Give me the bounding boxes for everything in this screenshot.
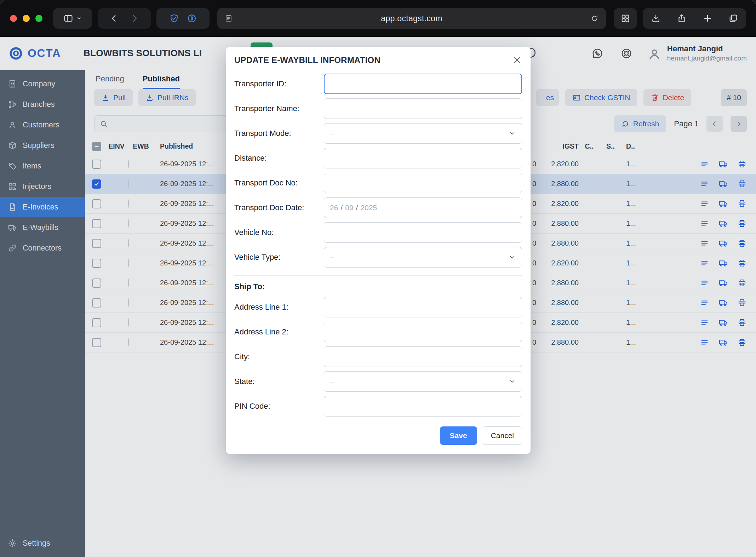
- url-text: app.octagst.com: [233, 14, 590, 23]
- vehicle-type-value: –: [330, 253, 334, 262]
- downloads-icon[interactable]: [651, 13, 661, 23]
- tab-groups-button[interactable]: [614, 8, 637, 29]
- history-nav: [98, 8, 151, 29]
- transporter-id-input[interactable]: [324, 74, 522, 94]
- vehicle-no-field: Vehicle No:: [234, 222, 522, 243]
- vehicle-no-label: Vehicle No:: [234, 228, 324, 237]
- ship-to-heading: Ship To:: [234, 282, 522, 291]
- window-controls: [10, 15, 42, 22]
- transport-doc-date-label: Transport Doc Date:: [234, 203, 324, 212]
- transport-mode-value: –: [330, 129, 334, 138]
- browser-toolbar: app.octagst.com: [0, 0, 756, 37]
- transport-doc-date-input[interactable]: 26/ 09/ 2025: [324, 197, 522, 218]
- transporter-id-field: Transporter ID:: [234, 74, 522, 94]
- forward-icon[interactable]: [129, 13, 139, 23]
- transport-doc-no-field: Transport Doc No:: [234, 173, 522, 193]
- grid-icon: [620, 13, 630, 23]
- password-manager-icon[interactable]: [187, 13, 197, 23]
- address-line-2-field: Address Line 2:: [234, 322, 522, 342]
- vehicle-no-input[interactable]: [324, 222, 522, 243]
- close-window-button[interactable]: [10, 15, 17, 22]
- close-icon[interactable]: [512, 55, 522, 65]
- vehicle-type-label: Vehicle Type:: [234, 253, 324, 262]
- safari-window: app.octagst.com OCTA BLOWBITS SOLUTIONS …: [0, 0, 756, 557]
- select-chevron-icon: [508, 130, 516, 137]
- share-icon[interactable]: [677, 13, 687, 23]
- transporter-id-label: Transporter ID:: [234, 79, 324, 88]
- section-divider: [234, 275, 522, 276]
- address-line-1-input[interactable]: [324, 297, 522, 317]
- fullscreen-window-button[interactable]: [35, 15, 42, 22]
- state-label: State:: [234, 377, 324, 386]
- select-chevron-icon: [508, 253, 516, 261]
- browser-actions: [643, 8, 746, 29]
- reader-icon[interactable]: [224, 14, 233, 23]
- sidebar-toggle-button[interactable]: [53, 8, 92, 29]
- city-input[interactable]: [324, 346, 522, 367]
- panel-icon: [63, 13, 73, 23]
- transporter-name-field: Transporter Name:: [234, 98, 522, 119]
- pin-code-field: PIN Code:: [234, 396, 522, 417]
- transporter-name-label: Transporter Name:: [234, 104, 324, 113]
- vehicle-type-field: Vehicle Type: –: [234, 247, 522, 268]
- transport-doc-date-field: Transport Doc Date: 26/ 09/ 2025: [234, 197, 522, 218]
- transport-mode-label: Transport Mode:: [234, 129, 324, 138]
- cancel-button[interactable]: Cancel: [483, 426, 522, 445]
- update-ewaybill-modal: UPDATE E-WAYBILL INFORMATION Transporter…: [226, 47, 531, 454]
- state-field: State: –: [234, 371, 522, 392]
- transport-doc-no-label: Transport Doc No:: [234, 178, 324, 188]
- address-bar[interactable]: app.octagst.com: [217, 8, 606, 29]
- distance-input[interactable]: [324, 148, 522, 168]
- privacy-shield-icon[interactable]: [169, 13, 179, 23]
- select-chevron-icon: [508, 378, 516, 385]
- chevron-down-icon: [76, 16, 82, 21]
- transport-mode-field: Transport Mode: –: [234, 123, 522, 144]
- transport-doc-no-input[interactable]: [324, 173, 522, 193]
- state-select[interactable]: –: [324, 371, 522, 392]
- reload-icon[interactable]: [590, 14, 599, 23]
- back-icon[interactable]: [109, 13, 119, 23]
- address-line-2-input[interactable]: [324, 322, 522, 342]
- pin-code-input[interactable]: [324, 396, 522, 417]
- extensions-group: [156, 8, 210, 29]
- address-line-1-label: Address Line 1:: [234, 303, 324, 312]
- transporter-name-input[interactable]: [324, 98, 522, 119]
- state-value: –: [330, 377, 334, 386]
- city-label: City:: [234, 352, 324, 361]
- city-field: City:: [234, 346, 522, 367]
- distance-label: Distance:: [234, 154, 324, 163]
- minimize-window-button[interactable]: [23, 15, 30, 22]
- address-line-1-field: Address Line 1:: [234, 297, 522, 317]
- tab-overview-icon[interactable]: [728, 13, 738, 23]
- distance-field: Distance:: [234, 148, 522, 168]
- new-tab-icon[interactable]: [703, 13, 712, 23]
- modal-title: UPDATE E-WAYBILL INFORMATION: [234, 55, 380, 65]
- pin-code-label: PIN Code:: [234, 402, 324, 411]
- save-button[interactable]: Save: [440, 426, 477, 445]
- transport-mode-select[interactable]: –: [324, 123, 522, 144]
- vehicle-type-select[interactable]: –: [324, 247, 522, 268]
- address-line-2-label: Address Line 2:: [234, 327, 324, 337]
